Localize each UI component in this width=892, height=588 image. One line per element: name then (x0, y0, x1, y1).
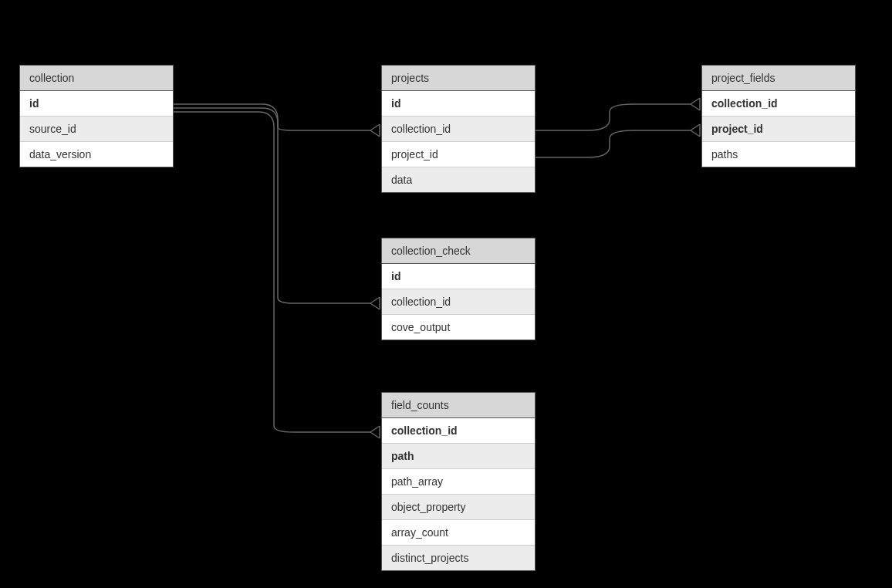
entity-collection-field-source-id: source_id (20, 116, 173, 141)
entity-field-counts-title: field_counts (382, 393, 535, 418)
entity-field-counts-field-path: path (382, 443, 535, 468)
entity-field-counts-field-path-array: path_array (382, 468, 535, 494)
entity-collection-check-field-collection-id: collection_id (382, 289, 535, 314)
entity-projects-field-data: data (382, 167, 535, 192)
entity-collection-field-data-version: data_version (20, 141, 173, 167)
entity-collection-field-id: id (20, 91, 173, 116)
entity-projects: projects id collection_id project_id dat… (381, 65, 536, 193)
entity-field-counts-field-distinct-projects: distinct_projects (382, 545, 535, 570)
entity-collection-check-field-cove-output: cove_output (382, 314, 535, 340)
entity-collection-check: collection_check id collection_id cove_o… (381, 238, 536, 340)
entity-field-counts-field-object-property: object_property (382, 494, 535, 519)
entity-collection-check-title: collection_check (382, 238, 535, 264)
entity-field-counts: field_counts collection_id path path_arr… (381, 392, 536, 571)
entity-collection-title: collection (20, 66, 173, 91)
entity-collection-check-field-id: id (382, 264, 535, 289)
er-diagram-canvas: { "entities": { "collection": { "title":… (0, 0, 892, 588)
entity-collection: collection id source_id data_version (19, 65, 174, 167)
entity-project-fields-field-project-id: project_id (702, 116, 855, 141)
entity-project-fields-field-collection-id: collection_id (702, 91, 855, 116)
entity-projects-field-project-id: project_id (382, 141, 535, 167)
entity-projects-title: projects (382, 66, 535, 91)
entity-projects-field-id: id (382, 91, 535, 116)
entity-projects-field-collection-id: collection_id (382, 116, 535, 141)
entity-field-counts-field-collection-id: collection_id (382, 418, 535, 443)
entity-project-fields: project_fields collection_id project_id … (701, 65, 856, 167)
entity-project-fields-field-paths: paths (702, 141, 855, 167)
entity-field-counts-field-array-count: array_count (382, 519, 535, 545)
entity-project-fields-title: project_fields (702, 66, 855, 91)
